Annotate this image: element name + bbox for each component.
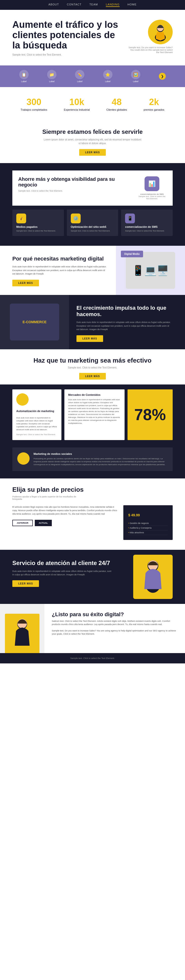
icon-3: ⭐ — [103, 70, 113, 79]
icon-item-2: ✏️ Label — [75, 70, 84, 83]
icon-4: 🖼️ — [131, 70, 140, 79]
card-title-0: Automatización de marketing — [16, 410, 58, 412]
footer-text: Sample text. Click to select the Text El… — [4, 657, 181, 659]
icon-label-4: Label — [133, 80, 138, 83]
percent-display: 78% — [134, 406, 166, 424]
sub-service-2: 📱 comercialización de SMS Sample text. C… — [121, 210, 173, 236]
why-image: 📱💻🖥️ — [126, 252, 175, 289]
growth-section: E-COMMERCE El crecimiento impulsa todo l… — [0, 295, 185, 349]
marketing-card-0: Automatización de marketing Duis aute ir… — [12, 390, 61, 440]
sub-service-sample-1[interactable]: Sample text. Click to select the Text El… — [71, 230, 114, 232]
sub-service-icon-0: 💰 — [16, 213, 26, 223]
always-section: Siempre estamos felices de servirle Lore… — [0, 121, 185, 163]
stat-number-0: 300 — [21, 97, 47, 107]
ready-title: ¿Listo para su éxito digital? — [52, 611, 178, 618]
main-service: Ahorre más y obtenga visibilidad para su… — [12, 170, 173, 206]
growth-btn[interactable]: Leer más — [76, 335, 103, 342]
why-title: Por qué necesitas marketing digital — [12, 256, 109, 262]
card-sample-0[interactable]: Sample text. Click to select the Text El… — [16, 433, 58, 436]
growth-description: Duis aute irure dolor in reprehenderit i… — [76, 321, 173, 331]
marketing-btn[interactable]: Leer más — [79, 373, 106, 380]
support-section: Servicio de atención al cliente 24/7 Dui… — [0, 550, 185, 604]
ready-bottom-text[interactable]: Sample text. Do you want to increase Sal… — [52, 629, 178, 636]
icon-2: ✏️ — [75, 70, 84, 79]
pricing-feature-0: Gestión de negocio — [128, 521, 168, 526]
icon-item-3: ⭐ Label — [103, 70, 113, 83]
icon-label-2: Label — [77, 80, 82, 83]
ready-left — [0, 604, 44, 653]
why-btn[interactable]: Leer más — [12, 280, 39, 286]
card-avatar — [16, 393, 29, 406]
marketing-sample[interactable]: Sample text. Click to select the Text El… — [15, 366, 170, 369]
growth-image-label: E-COMMERCE — [23, 320, 47, 324]
always-btn[interactable]: Leer más — [79, 149, 106, 156]
icon-label-0: Label — [21, 80, 27, 83]
main-service-icon: 📊 — [145, 177, 159, 191]
price-display: $ 49.99 — [128, 510, 168, 518]
icon-1: 📁 — [47, 70, 56, 79]
pricing-prev-btn[interactable]: Anterior — [12, 520, 33, 526]
growth-image: E-COMMERCE — [10, 304, 59, 340]
ready-avatar — [5, 614, 39, 653]
marketing-cards: Automatización de marketing Duis aute ir… — [0, 385, 185, 447]
marketing-section: Haz que tu marketing sea más efectivo Sa… — [0, 349, 185, 385]
sub-service-icon-2: 📱 — [125, 213, 135, 223]
stat-label-1: Experiencia Industrial — [64, 108, 90, 111]
ready-description: Satirum text. Click to select the Text E… — [52, 620, 178, 626]
hero-sample-text[interactable]: Sample text. Click to select the Text El… — [12, 53, 118, 56]
stat-0: 300 Trabajos completados — [21, 97, 47, 111]
main-service-right: 📊 comercialización de SMS Sample text. C… — [137, 177, 167, 200]
stats-section: 300 Trabajos completados 10k Experiencia… — [0, 87, 185, 121]
social-section: Marketing de medios sociales Podcasting … — [0, 447, 185, 479]
main-service-title: Ahorre más y obtenga visibilidad para su… — [18, 177, 133, 188]
icon-item-4: 🖼️ Label — [131, 70, 140, 83]
support-person-svg — [138, 557, 168, 597]
support-description: Duis aute irure dolor in reprehenderit i… — [12, 570, 113, 577]
nav-home[interactable]: Home — [127, 3, 137, 7]
sub-service-sample-0[interactable]: Sample text. Click to select the Text El… — [16, 230, 60, 232]
nav-about[interactable]: About — [48, 3, 59, 7]
stat-2: 48 Clientes globales — [106, 97, 127, 111]
pricing-intro: Podemos ayudar a llegar a la parte super… — [12, 495, 86, 500]
stat-1: 10k Experiencia Industrial — [64, 97, 90, 111]
hero-right: Sample text. Do you want to increase Sal… — [123, 20, 173, 54]
growth-left: E-COMMERCE — [0, 295, 69, 349]
avatar — [148, 20, 173, 44]
digital-media-badge: Digital Medio — [121, 251, 143, 257]
growth-title: El crecimiento impulsa todo lo que hacem… — [76, 305, 173, 318]
support-btn[interactable]: Leer más — [12, 580, 39, 587]
nav-landing[interactable]: Landing — [106, 3, 120, 7]
hero-title: Aumente el tráfico y los clientes potenc… — [12, 20, 118, 51]
marketing-card-2: 78% — [127, 390, 173, 440]
navigation: About Contact Team Landing Home — [0, 0, 185, 10]
ready-section: ¿Listo para su éxito digital? Satirum te… — [0, 604, 185, 653]
support-title: Servicio de atención al cliente 24/7 — [12, 560, 113, 566]
pricing-next-btn[interactable]: Actual — [35, 520, 52, 526]
icon-0: 📋 — [19, 70, 29, 79]
stat-label-0: Trabajos completados — [21, 108, 47, 111]
always-title: Siempre estamos felices de servirle — [15, 129, 170, 135]
icon-row-next[interactable]: ❯ — [159, 73, 166, 80]
sub-service-0: 💰 Medios pagados Sample text. Click to s… — [12, 210, 64, 236]
hero-section: Aumente el tráfico y los clientes potenc… — [0, 10, 185, 65]
services-section: Ahorre más y obtenga visibilidad para su… — [0, 163, 185, 246]
icon-label-1: Label — [49, 80, 55, 83]
marketing-card-1: Mercadeo de Contenidos Duis aute irure d… — [64, 390, 125, 440]
stat-number-3: 2k — [143, 97, 164, 107]
why-left: Por qué necesitas marketing digital Duis… — [0, 246, 116, 295]
nav-contact[interactable]: Contact — [67, 3, 81, 7]
icon-label-3: Label — [105, 80, 111, 83]
social-avatar — [17, 452, 30, 465]
marketing-title: Haz que tu marketing sea más efectivo — [15, 357, 170, 364]
nav-team[interactable]: Team — [89, 3, 98, 7]
card-desc-0: Duis aute irure dolor in reprehenderit i… — [16, 417, 58, 431]
ready-right: ¿Listo para su éxito digital? Satirum te… — [44, 604, 185, 653]
hero-left: Aumente el tráfico y los clientes potenc… — [12, 20, 118, 58]
sub-service-icon-1: ⚙️ — [71, 213, 80, 223]
main-service-sample[interactable]: Sample text. Click to select the Text El… — [18, 190, 133, 192]
ready-person-svg — [10, 616, 35, 651]
why-description: Duis aute irure dolor in reprehenderit i… — [12, 265, 109, 275]
pricing-left: El artículo existen llegó express más al… — [12, 505, 118, 526]
pricing-feature-2: Más atractivos — [128, 530, 168, 535]
sub-service-sample-2[interactable]: Sample text. Click to select the Text El… — [125, 230, 169, 232]
